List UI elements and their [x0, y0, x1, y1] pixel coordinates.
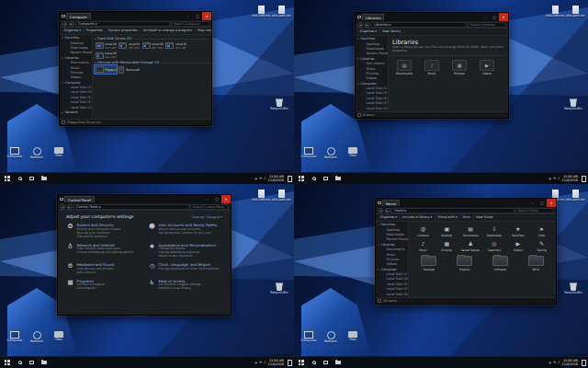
- desktop-icon[interactable]: Computer: [298, 331, 320, 343]
- titlebar[interactable]: Computer – ▢ ✕: [60, 12, 211, 20]
- category-link[interactable]: Adjust screen resolution: [159, 255, 217, 259]
- command-button[interactable]: Properties: [85, 29, 107, 32]
- desktop-icon[interactable]: disk-part.txt: [564, 190, 586, 202]
- explorer-taskbar-button[interactable]: [332, 357, 344, 368]
- network-icon[interactable]: ≋: [259, 361, 262, 364]
- library-tile[interactable]: ♪ Music: [420, 60, 444, 75]
- drive-tile[interactable]: Local Disk (D:) 156 GB free of 232 GB: [119, 41, 141, 50]
- volume-icon[interactable]: ♪: [558, 361, 560, 364]
- search-button[interactable]: [14, 357, 26, 368]
- titlebar[interactable]: Libraries – ▢ ✕: [356, 13, 508, 21]
- folder-item[interactable]: ➤ Links: [530, 224, 553, 237]
- desktop-icon[interactable]: Files: [342, 331, 364, 342]
- breadcrumb[interactable]: Computer ▸: [75, 21, 170, 27]
- control-panel-category[interactable]: ☻ User Accounts and Family Safety Add or…: [148, 223, 222, 239]
- drive-tile[interactable]: Local Disk (F:) 45.1 GB free of 116 GB: [165, 41, 187, 50]
- back-button[interactable]: ◄: [378, 208, 383, 213]
- taskbar-clock[interactable]: 11:08 AM 12/4/2016: [562, 359, 578, 366]
- taskbar-clock[interactable]: 11:08 AM 12/4/2016: [268, 175, 284, 182]
- desktop-icon[interactable]: disk-info.txt: [544, 6, 566, 18]
- category-link[interactable]: Find and fix problems: [77, 236, 121, 239]
- desktop-icon[interactable]: disk-info.txt: [250, 6, 272, 18]
- drive-tile[interactable]: Local Disk (G:) 201 GB free of 465 GB: [95, 52, 117, 60]
- category-link[interactable]: Add a device: [77, 271, 115, 275]
- drive-tile[interactable]: Local Disk (C:) 24.5 GB free of 119 GB: [95, 41, 117, 50]
- folder-item[interactable]: ▦ Pictures: [435, 239, 458, 252]
- folder-item[interactable]: ▤ Documents: [459, 224, 482, 237]
- command-button[interactable]: Map network drive: [196, 29, 211, 32]
- maximize-button[interactable]: ▢: [490, 13, 499, 21]
- command-button[interactable]: Organize ▾: [357, 29, 380, 33]
- folder-item[interactable]: ⇩ Downloads: [483, 224, 506, 237]
- control-panel-category[interactable]: ▦ Programs Uninstall a programGet progra…: [66, 279, 141, 292]
- close-button[interactable]: ✕: [202, 12, 211, 20]
- desktop-icon[interactable]: Files: [48, 331, 70, 342]
- minimize-button[interactable]: –: [184, 12, 193, 20]
- folder-item[interactable]: ★ Favorites: [506, 224, 529, 237]
- command-button[interactable]: Organize ▾: [378, 215, 401, 219]
- command-button[interactable]: New folder: [474, 215, 497, 219]
- forward-button[interactable]: ►: [69, 21, 74, 27]
- removable-drive-tile[interactable]: Floppy Disk Drive (A:): [95, 65, 117, 74]
- window-tab[interactable]: Computer: [66, 13, 91, 19]
- forward-button[interactable]: ►: [365, 22, 370, 28]
- library-tile[interactable]: ▦ Pictures: [447, 60, 471, 75]
- breadcrumb[interactable]: Control Panel ▸: [74, 204, 189, 210]
- explorer-taskbar-button[interactable]: [332, 173, 344, 184]
- maximize-button[interactable]: ▢: [212, 195, 221, 203]
- view-by-dropdown[interactable]: Category ▾: [206, 215, 222, 219]
- section-collapse-icon[interactable]: ▴: [95, 37, 96, 40]
- library-tile[interactable]: ▤ Documents: [392, 60, 416, 75]
- search-button[interactable]: [308, 357, 320, 368]
- search-input[interactable]: [190, 204, 229, 210]
- search-button[interactable]: [308, 173, 320, 184]
- folder-item[interactable]: ◎ Searches: [483, 239, 506, 252]
- window-tab[interactable]: Control Panel: [64, 196, 95, 202]
- hidden-icons-chevron[interactable]: ▴: [549, 361, 551, 364]
- folder-item-large[interactable]: Backups: [412, 256, 447, 271]
- category-link[interactable]: Set up parental controls for any user: [159, 232, 218, 236]
- library-tile[interactable]: ▶ Videos: [475, 60, 499, 75]
- window-tab[interactable]: Libraries: [362, 14, 384, 20]
- back-button[interactable]: ◄: [60, 204, 65, 210]
- action-center-button[interactable]: [288, 176, 293, 182]
- close-button[interactable]: ✕: [547, 199, 556, 207]
- network-icon[interactable]: ≋: [553, 361, 556, 364]
- start-button[interactable]: [0, 173, 14, 184]
- section-collapse-icon[interactable]: ▴: [95, 61, 96, 64]
- taskbar-clock[interactable]: 11:08 AM 12/4/2016: [562, 175, 578, 182]
- minimize-button[interactable]: –: [528, 199, 537, 207]
- removable-drive-tile[interactable]: Removable Disk (H:): [119, 65, 141, 74]
- command-button[interactable]: System properties: [106, 29, 141, 32]
- desktop-icon[interactable]: Files: [48, 147, 70, 158]
- titlebar[interactable]: Home – ▢ ✕: [376, 199, 556, 207]
- command-button[interactable]: New library: [380, 29, 404, 33]
- desktop-icon[interactable]: Computer: [4, 331, 26, 343]
- control-panel-category[interactable]: ⚙ Hardware and Sound View devices and pr…: [66, 262, 141, 275]
- action-center-button[interactable]: [582, 176, 587, 182]
- volume-icon[interactable]: ♪: [264, 177, 266, 180]
- command-button[interactable]: Uninstall or change a program: [141, 29, 195, 32]
- folder-item-large[interactable]: Projects: [447, 256, 482, 271]
- breadcrumb[interactable]: Libraries ▸: [371, 22, 467, 28]
- folder-item[interactable]: ▣ Desktop: [435, 224, 458, 237]
- search-input[interactable]: [171, 21, 209, 27]
- start-button[interactable]: [294, 173, 308, 184]
- drive-tile[interactable]: Local Disk (E:) 98.7 GB free of 232 GB: [141, 41, 164, 50]
- desktop-icon[interactable]: Recycle Bin: [268, 98, 290, 111]
- hidden-icons-chevron[interactable]: ▴: [549, 177, 551, 180]
- desktop-icon[interactable]: disk-info.txt: [250, 190, 272, 202]
- control-panel-category[interactable]: ◷ Clock, Language, and Region Change key…: [148, 262, 222, 275]
- hidden-icons-chevron[interactable]: ▴: [255, 361, 257, 364]
- category-link[interactable]: Optimize visual display: [159, 287, 201, 291]
- folder-item-large[interactable]: Software: [483, 256, 518, 271]
- tree-item[interactable]: ▸ Network: [60, 109, 92, 114]
- control-panel-category[interactable]: ✪ System and Security Review your comput…: [66, 223, 141, 239]
- folder-item-large[interactable]: Work: [518, 256, 553, 271]
- category-link[interactable]: Change keyboards or other input methods: [159, 268, 220, 271]
- command-button[interactable]: Burn: [460, 215, 473, 219]
- desktop-icon[interactable]: Network: [320, 331, 342, 344]
- explorer-taskbar-button[interactable]: [38, 173, 50, 184]
- desktop-icon[interactable]: Network: [320, 147, 342, 160]
- close-button[interactable]: ✕: [221, 195, 231, 203]
